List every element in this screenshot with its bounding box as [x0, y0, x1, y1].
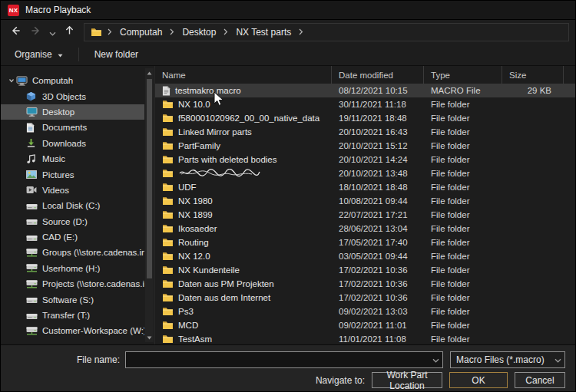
file-row[interactable]: Routing17/05/2021 17:40File folder — [155, 236, 575, 249]
date-modified-cell: 09/02/2021 11:01 — [332, 321, 424, 330]
scroll-up-arrow-icon[interactable] — [145, 68, 154, 77]
sidebar-item-groups-store-cadenas-interna[interactable]: Groups (\\store.cadenas.interna — [1, 245, 144, 260]
sidebar-item-label: Transfer (T:) — [42, 311, 90, 320]
ok-button[interactable]: OK — [449, 372, 508, 388]
sidebar-item-transfer-t[interactable]: Transfer (T:) — [1, 308, 144, 323]
file-type-select[interactable]: Macro Files (*.macro) — [450, 351, 565, 368]
file-row[interactable]: NX 10.030/11/2021 11:18File folder — [155, 97, 575, 111]
breadcrumb-chevron-icon[interactable] — [297, 28, 305, 35]
file-row[interactable]: NX 189922/07/2021 17:21File folder — [155, 208, 575, 222]
column-header-date-modified[interactable]: Date modified — [332, 66, 424, 84]
forward-button[interactable] — [26, 23, 46, 41]
column-header-type[interactable]: Type — [424, 66, 502, 84]
folder-icon — [162, 307, 174, 316]
videos-icon — [26, 186, 38, 194]
file-row[interactable]: Parts with deleted bodies20/10/2021 14:2… — [155, 153, 575, 166]
breadcrumb-item-computah[interactable]: Computah — [115, 25, 167, 39]
sidebar-item-source-d[interactable]: Source (D:) — [1, 214, 144, 229]
date-modified-cell: 03/05/2021 09:44 — [332, 252, 424, 261]
file-name-dropdown-button[interactable] — [429, 352, 442, 367]
file-row[interactable]: NX 198010/08/2021 09:44File folder — [155, 194, 575, 208]
file-name-label: Linked Mirror parts — [178, 127, 252, 137]
sidebar-item-downloads[interactable]: Downloads — [1, 136, 144, 151]
sidebar-item-pictures[interactable]: Pictures — [1, 166, 144, 182]
sidebar-item-computah[interactable]: Computah — [1, 73, 144, 88]
breadcrumb[interactable]: ComputahDesktopNX Test parts — [84, 23, 569, 41]
file-name-input[interactable] — [126, 352, 429, 367]
sidebar-item-cad-e[interactable]: CAD (E:) — [1, 229, 144, 245]
file-row[interactable]: UDF18/10/2021 18:48File folder — [155, 180, 575, 194]
file-row[interactable]: Linked Mirror parts20/10/2021 16:43File … — [155, 125, 575, 139]
disk-icon — [26, 295, 38, 304]
type-cell: File folder — [424, 127, 502, 137]
window-title: Macro Playback — [25, 5, 91, 15]
sidebar-item-projects-store-cadenas-intern[interactable]: Projects (\\store.cadenas.intern — [1, 276, 144, 292]
file-row[interactable]: TestAsm11/01/2021 11:08File folder — [155, 332, 575, 344]
sidebar-item-local-disk-c[interactable]: Local Disk (C:) — [1, 198, 144, 213]
sidebar-scrollbar[interactable] — [145, 68, 154, 342]
file-row[interactable]: Daten aus dem Internet17/02/2021 10:36Fi… — [155, 291, 575, 305]
file-name-cell: NX 10.0 — [155, 100, 332, 109]
file-name-cell — [155, 169, 332, 179]
file-name-cell: PartFamily — [155, 141, 332, 150]
file-row[interactable]: f580001020962_00_00_native_data19/11/202… — [155, 111, 575, 125]
sidebar-item-documents[interactable]: Documents — [1, 120, 144, 135]
cancel-button[interactable]: Cancel — [515, 372, 565, 388]
file-type-dropdown-button[interactable] — [551, 354, 564, 365]
type-cell: File folder — [424, 169, 502, 178]
scrollbar-track[interactable] — [145, 77, 154, 333]
chevron-expanded-icon[interactable] — [7, 77, 16, 84]
file-row[interactable]: Daten aus PM Projekten17/02/2021 10:36Fi… — [155, 277, 575, 291]
breadcrumb-item-nx-test-parts[interactable]: NX Test parts — [231, 25, 296, 39]
documents-icon — [26, 123, 38, 133]
organise-button[interactable]: Organise — [10, 46, 68, 63]
sidebar-item-label: Groups (\\store.cadenas.interna — [42, 248, 144, 257]
sidebar-item-software-s[interactable]: Software (S:) — [1, 292, 144, 307]
breadcrumb-chevron-icon[interactable] — [168, 28, 176, 35]
type-cell: File folder — [424, 155, 502, 164]
nx-app-icon: NX — [8, 5, 19, 16]
netdrive-icon — [26, 279, 38, 289]
sidebar-item-userhome-h[interactable]: Userhome (H:) — [1, 261, 144, 276]
sidebar-item-label: Computah — [32, 76, 73, 85]
file-row[interactable]: Ps309/02/2021 13:03File folder — [155, 305, 575, 318]
new-folder-button[interactable]: New folder — [90, 46, 143, 63]
folder-icon — [162, 293, 174, 302]
file-row[interactable]: NX 12.003/05/2021 09:44File folder — [155, 249, 575, 263]
file-row[interactable]: 20/10/2021 13:48File folder — [155, 166, 575, 180]
work-part-location-button[interactable]: Work Part Location — [372, 372, 442, 388]
column-header-size[interactable]: Size — [502, 66, 564, 84]
folder-icon — [162, 196, 174, 206]
breadcrumb-folder-icon — [88, 28, 104, 37]
type-cell: File folder — [424, 307, 502, 316]
file-rows: testmakro.macro08/12/2021 10:15MACRO Fil… — [155, 84, 575, 344]
sidebar-item-desktop[interactable]: Desktop — [1, 104, 144, 120]
file-row[interactable]: PartFamily20/10/2021 15:12File folder — [155, 139, 575, 153]
column-header-label: Date modified — [339, 71, 393, 80]
file-name-label: Ps3 — [178, 307, 194, 316]
recent-locations-button[interactable] — [47, 23, 58, 41]
file-row[interactable]: NX Kundenteile17/02/2021 10:36File folde… — [155, 263, 575, 277]
column-header-name[interactable]: Name — [155, 66, 332, 84]
breadcrumb-chevron-icon[interactable] — [222, 28, 230, 35]
file-row[interactable]: MCD09/02/2021 11:01File folder — [155, 318, 575, 332]
sidebar-item-videos[interactable]: Videos — [1, 183, 144, 198]
title-bar: NX Macro Playback — [1, 1, 575, 20]
sidebar-item-label: Downloads — [42, 139, 86, 148]
breadcrumb-item-desktop[interactable]: Desktop — [177, 25, 220, 39]
sidebar-item-customer-workspace-w[interactable]: Customer-Workspace (W:) — [1, 323, 144, 338]
breadcrumb-chevron-icon[interactable] — [106, 28, 114, 35]
scrollbar-thumb[interactable] — [147, 79, 152, 278]
up-button[interactable] — [59, 23, 79, 41]
file-name-combobox[interactable] — [125, 351, 443, 368]
sidebar-item-label: Software (S:) — [42, 295, 94, 305]
sidebar-item-label: 3D Objects — [42, 92, 86, 101]
scroll-down-arrow-icon[interactable] — [145, 333, 154, 342]
file-row[interactable]: Ikosaeder28/06/2021 13:04File folder — [155, 222, 575, 236]
back-button[interactable] — [5, 23, 25, 41]
date-modified-cell: 17/02/2021 10:36 — [332, 279, 424, 288]
file-row[interactable]: testmakro.macro08/12/2021 10:15MACRO Fil… — [155, 84, 575, 97]
sidebar-item-music[interactable]: Music — [1, 151, 144, 166]
sidebar-item-3d-objects[interactable]: 3D Objects — [1, 88, 144, 104]
forward-arrow-icon — [30, 25, 42, 40]
